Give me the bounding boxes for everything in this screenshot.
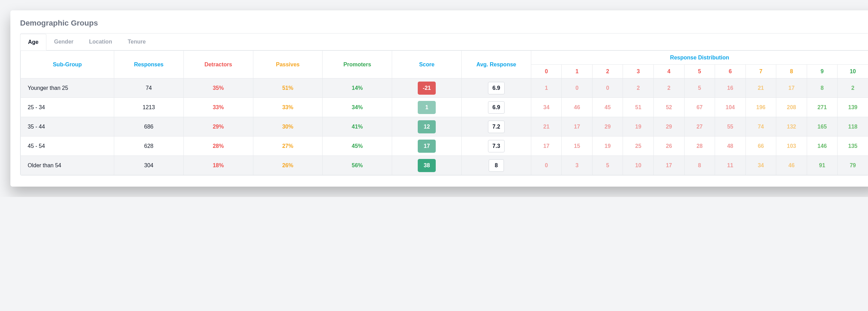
avg-badge: 6.9 (488, 101, 505, 114)
cell-dist-5: 67 (684, 98, 715, 117)
header-dist-2[interactable]: 2 (592, 65, 623, 78)
cell-dist-2: 5 (592, 156, 623, 175)
cell-dist-10: 79 (838, 156, 868, 175)
header-dist-9[interactable]: 9 (807, 65, 838, 78)
cell-dist-8: 17 (776, 78, 807, 98)
header-dist-10[interactable]: 10 (838, 65, 868, 78)
table-row: 45 - 5462828%27%45%177.31715192526284866… (21, 136, 868, 156)
cell-responses: 628 (114, 136, 183, 156)
cell-dist-7: 21 (745, 78, 776, 98)
cell-dist-8: 132 (776, 117, 807, 136)
tab-age[interactable]: Age (20, 34, 46, 50)
cell-detractors: 35% (183, 78, 253, 98)
cell-dist-9: 165 (807, 117, 838, 136)
cell-score: 38 (392, 156, 462, 175)
cell-responses: 1213 (114, 98, 183, 117)
cell-dist-9: 146 (807, 136, 838, 156)
header-subgroup[interactable]: Sub-Group (21, 51, 114, 78)
cell-dist-6: 55 (715, 117, 746, 136)
cell-promoters: 34% (323, 98, 392, 117)
cell-dist-8: 208 (776, 98, 807, 117)
cell-dist-4: 26 (654, 136, 685, 156)
tabs-bar: AgeGenderLocationTenure (20, 34, 868, 50)
cell-score: -21 (392, 78, 462, 98)
cell-dist-2: 45 (592, 98, 623, 117)
cell-dist-3: 2 (623, 78, 654, 98)
cell-dist-3: 51 (623, 98, 654, 117)
header-dist-4[interactable]: 4 (654, 65, 685, 78)
cell-dist-4: 2 (654, 78, 685, 98)
header-avg[interactable]: Avg. Response (462, 51, 531, 78)
cell-promoters: 41% (323, 117, 392, 136)
cell-avg: 7.2 (462, 117, 531, 136)
cell-dist-5: 27 (684, 117, 715, 136)
tab-gender[interactable]: Gender (46, 34, 81, 50)
header-detractors[interactable]: Detractors (183, 51, 253, 78)
cell-dist-8: 103 (776, 136, 807, 156)
header-passives[interactable]: Passives (253, 51, 323, 78)
table-row: 25 - 34121333%33%34%16.93446455152671041… (21, 98, 868, 117)
header-dist-0[interactable]: 0 (531, 65, 562, 78)
cell-dist-0: 21 (531, 117, 562, 136)
cell-dist-10: 135 (838, 136, 868, 156)
cell-avg: 6.9 (462, 98, 531, 117)
cell-passives: 27% (253, 136, 323, 156)
cell-dist-1: 0 (562, 78, 593, 98)
cell-dist-1: 17 (562, 117, 593, 136)
header-dist-6[interactable]: 6 (715, 65, 746, 78)
cell-dist-7: 66 (745, 136, 776, 156)
cell-dist-9: 91 (807, 156, 838, 175)
cell-dist-2: 0 (592, 78, 623, 98)
cell-dist-6: 48 (715, 136, 746, 156)
cell-dist-6: 104 (715, 98, 746, 117)
avg-badge: 7.3 (488, 140, 505, 152)
cell-subgroup: 45 - 54 (21, 136, 114, 156)
header-distribution[interactable]: Response Distribution (531, 51, 868, 65)
cell-dist-7: 196 (745, 98, 776, 117)
tab-tenure[interactable]: Tenure (120, 34, 154, 50)
cell-dist-0: 34 (531, 98, 562, 117)
cell-promoters: 14% (323, 78, 392, 98)
score-badge: -21 (418, 82, 436, 95)
cell-dist-9: 8 (807, 78, 838, 98)
header-dist-5[interactable]: 5 (684, 65, 715, 78)
tab-location[interactable]: Location (81, 34, 120, 50)
cell-dist-1: 15 (562, 136, 593, 156)
header-dist-1[interactable]: 1 (562, 65, 593, 78)
cell-dist-10: 2 (838, 78, 868, 98)
cell-dist-4: 29 (654, 117, 685, 136)
score-badge: 12 (418, 120, 436, 133)
cell-subgroup: Younger than 25 (21, 78, 114, 98)
demographic-card: Demographic Groups AgeGenderLocationTenu… (10, 10, 868, 187)
header-promoters[interactable]: Promoters (323, 51, 392, 78)
cell-dist-10: 139 (838, 98, 868, 117)
cell-dist-4: 17 (654, 156, 685, 175)
cell-passives: 26% (253, 156, 323, 175)
card-title: Demographic Groups (20, 19, 868, 28)
table-row: Younger than 257435%51%14%-216.910022516… (21, 78, 868, 98)
cell-subgroup: 35 - 44 (21, 117, 114, 136)
header-dist-3[interactable]: 3 (623, 65, 654, 78)
cell-dist-6: 11 (715, 156, 746, 175)
avg-badge: 7.2 (488, 121, 505, 133)
cell-dist-7: 34 (745, 156, 776, 175)
cell-promoters: 56% (323, 156, 392, 175)
cell-dist-0: 1 (531, 78, 562, 98)
demographic-table: Sub-Group Responses Detractors Passives … (20, 50, 868, 175)
table-row: Older than 5430418%26%56%388035101781134… (21, 156, 868, 175)
cell-dist-6: 16 (715, 78, 746, 98)
cell-dist-2: 29 (592, 117, 623, 136)
cell-dist-9: 271 (807, 98, 838, 117)
header-score[interactable]: Score (392, 51, 462, 78)
cell-passives: 30% (253, 117, 323, 136)
cell-dist-3: 25 (623, 136, 654, 156)
avg-badge: 6.9 (488, 82, 505, 94)
score-badge: 38 (418, 159, 436, 172)
cell-subgroup: Older than 54 (21, 156, 114, 175)
cell-responses: 74 (114, 78, 183, 98)
header-responses[interactable]: Responses (114, 51, 183, 78)
header-dist-8[interactable]: 8 (776, 65, 807, 78)
header-dist-7[interactable]: 7 (745, 65, 776, 78)
cell-promoters: 45% (323, 136, 392, 156)
cell-dist-5: 5 (684, 78, 715, 98)
